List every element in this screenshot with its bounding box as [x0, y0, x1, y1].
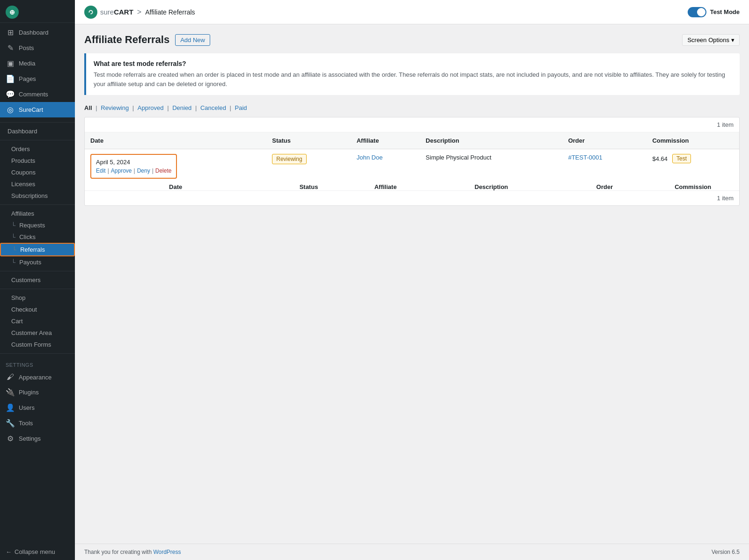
shop-label: Shop	[11, 294, 25, 301]
test-mode-label: Test Mode	[710, 8, 740, 15]
row-date: April 5, 2024	[96, 159, 171, 166]
row-actions: Edit | Approve | Deny | Delete	[96, 167, 171, 174]
sidebar-item-dashboard[interactable]: ⊞ Dashboard	[0, 25, 75, 40]
sidebar-surecart-dashboard[interactable]: Dashboard	[0, 125, 75, 137]
settings-label: Settings	[19, 435, 41, 442]
affiliates-label: Affiliates	[11, 210, 34, 217]
sidebar-item-requests[interactable]: └ Requests	[0, 219, 75, 231]
row-affiliate-cell: John Doe	[351, 149, 420, 184]
test-badge: Test	[672, 154, 691, 163]
sidebar-item-payouts[interactable]: └ Payouts	[0, 256, 75, 268]
sidebar-item-appearance[interactable]: 🖌 Appearance	[0, 370, 75, 385]
sidebar-divider-2	[0, 140, 75, 140]
row-commission: $4.64	[652, 155, 668, 162]
sidebar-item-comments[interactable]: 💬 Comments	[0, 87, 75, 102]
sidebar-item-customer-area[interactable]: Customer Area	[0, 327, 75, 339]
surecart-icon: ◎	[6, 105, 15, 114]
row-description: Simple Physical Product	[426, 154, 491, 161]
pages-icon: 📄	[6, 74, 15, 83]
sidebar-item-pages[interactable]: 📄 Pages	[0, 71, 75, 87]
table-count-bottom: 1 item	[85, 190, 739, 205]
sidebar-item-clicks[interactable]: └ Clicks	[0, 231, 75, 243]
sidebar-item-media[interactable]: ▣ Media	[0, 56, 75, 71]
page-content: Affiliate Referrals Add New Screen Optio…	[75, 24, 749, 544]
sidebar-item-subscriptions[interactable]: Subscriptions	[0, 190, 75, 202]
sidebar-item-plugins[interactable]: 🔌 Plugins	[0, 385, 75, 400]
collapse-icon: ←	[6, 548, 12, 555]
affiliate-link[interactable]: John Doe	[357, 154, 383, 161]
referrals-table: Date Status Affiliate Description Order …	[85, 132, 739, 190]
sidebar-item-posts[interactable]: ✎ Posts	[0, 40, 75, 56]
action-edit[interactable]: Edit	[96, 167, 106, 174]
col-date-footer: Date	[85, 183, 266, 190]
sidebar-item-settings[interactable]: ⚙ Settings	[0, 431, 75, 446]
dashboard-icon: ⊞	[6, 28, 15, 37]
sidebar-item-checkout[interactable]: Checkout	[0, 304, 75, 315]
sidebar-logo-icon: ⊕	[6, 6, 19, 19]
sidebar-item-tools[interactable]: 🔧 Tools	[0, 415, 75, 431]
wordpress-link[interactable]: WordPress	[153, 549, 181, 555]
filter-approved[interactable]: Approved	[138, 104, 164, 111]
order-link[interactable]: #TEST-0001	[568, 154, 602, 161]
filter-canceled[interactable]: Canceled	[200, 104, 226, 111]
action-delete[interactable]: Delete	[155, 167, 172, 174]
sidebar-item-custom-forms[interactable]: Custom Forms	[0, 339, 75, 350]
action-approve[interactable]: Approve	[111, 167, 132, 174]
sidebar-divider-4	[0, 271, 75, 271]
topbar-left: sureCART > Affiliate Referrals	[84, 6, 195, 19]
sidebar-item-products[interactable]: Products	[0, 155, 75, 167]
sidebar: ⊕ ⊞ Dashboard ✎ Posts ▣ Media 📄 Pages 💬 …	[0, 0, 75, 560]
filter-denied[interactable]: Denied	[172, 104, 191, 111]
table-row: April 5, 2024 Edit | Approve | Deny | De…	[85, 149, 739, 184]
screen-options-button[interactable]: Screen Options ▾	[682, 34, 740, 46]
collapse-label: Collapse menu	[15, 548, 55, 555]
sidebar-item-customers[interactable]: Customers	[0, 274, 75, 286]
col-date: Date	[85, 132, 266, 149]
action-deny[interactable]: Deny	[137, 167, 150, 174]
col-affiliate-footer: Affiliate	[351, 183, 420, 190]
sidebar-item-referrals[interactable]: └ Referrals	[0, 243, 75, 256]
sidebar-item-label: SureCart	[19, 106, 43, 113]
filter-reviewing[interactable]: Reviewing	[101, 104, 129, 111]
posts-icon: ✎	[6, 44, 15, 52]
appearance-icon: 🖌	[6, 373, 15, 381]
page-header-left: Affiliate Referrals Add New	[84, 34, 210, 46]
surecart-logo: sureCART	[84, 6, 133, 19]
add-new-button[interactable]: Add New	[175, 34, 210, 46]
col-description: Description	[420, 132, 562, 149]
settings-icon: ⚙	[6, 434, 15, 443]
sidebar-item-shop[interactable]: Shop	[0, 292, 75, 304]
row-description-cell: Simple Physical Product	[420, 149, 562, 184]
info-box: What are test mode referrals? Test mode …	[84, 53, 740, 95]
plugins-label: Plugins	[19, 389, 39, 396]
filter-bar: All | Reviewing | Approved | Denied | Ca…	[84, 104, 740, 111]
referrals-label: Referrals	[20, 246, 45, 253]
sidebar-item-coupons[interactable]: Coupons	[0, 167, 75, 178]
table-footer-row: Date Status Affiliate Description Order …	[85, 183, 739, 190]
test-mode-toggle[interactable]: Test Mode	[688, 7, 740, 17]
page-title: Affiliate Referrals	[84, 34, 169, 46]
filter-all[interactable]: All	[84, 104, 92, 111]
test-mode-switch[interactable]	[688, 7, 706, 17]
tools-icon: 🔧	[6, 419, 15, 428]
topbar-right: Test Mode	[688, 7, 740, 17]
sidebar-item-licenses[interactable]: Licenses	[0, 178, 75, 190]
clicks-label: Clicks	[19, 233, 36, 240]
breadcrumb-current: Affiliate Referrals	[145, 8, 195, 16]
sidebar-item-users[interactable]: 👤 Users	[0, 400, 75, 415]
sidebar-item-affiliates[interactable]: Affiliates	[0, 208, 75, 219]
sidebar-item-surecart[interactable]: ◎ SureCart	[0, 102, 75, 117]
checkout-label: Checkout	[11, 306, 37, 313]
sidebar-logo: ⊕	[0, 0, 75, 23]
sidebar-item-cart[interactable]: Cart	[0, 315, 75, 327]
sidebar-item-label: Dashboard	[19, 29, 49, 36]
settings-section-label: Settings	[0, 356, 75, 370]
surecart-logo-icon	[84, 6, 97, 19]
orders-label: Orders	[11, 145, 30, 153]
requests-label: Requests	[19, 222, 45, 229]
sidebar-item-orders[interactable]: Orders	[0, 143, 75, 155]
subscriptions-label: Subscriptions	[11, 192, 48, 199]
col-commission-footer: Commission	[646, 183, 739, 190]
collapse-menu[interactable]: ← Collapse menu	[0, 544, 75, 560]
filter-paid[interactable]: Paid	[235, 104, 247, 111]
